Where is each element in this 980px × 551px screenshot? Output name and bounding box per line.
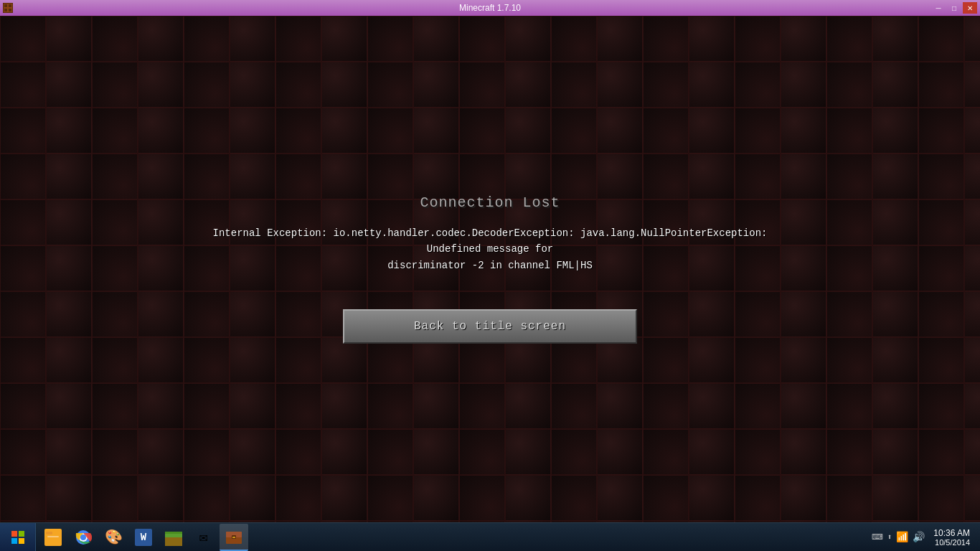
connection-lost-heading: Connection Lost <box>420 194 560 211</box>
back-to-title-button[interactable]: Back to title screen <box>343 309 637 344</box>
error-line1: Internal Exception: io.netty.handler.cod… <box>213 227 768 255</box>
network-icon: 📶 <box>896 531 908 543</box>
start-button[interactable] <box>0 523 36 552</box>
window-title: Minecraft 1.7.10 <box>459 3 521 13</box>
network-arrow-icon: ⬆ <box>887 532 892 542</box>
window-controls: ─ □ ✕ <box>931 2 977 14</box>
game-background: Connection Lost Internal Exception: io.n… <box>0 16 980 522</box>
error-content: Connection Lost Internal Exception: io.n… <box>0 16 980 522</box>
svg-rect-6 <box>19 531 24 537</box>
svg-point-14 <box>80 534 86 540</box>
taskbar-right: ⌨ ⬆ 📶 🔊 10:36 AM 10/5/2014 <box>872 527 980 548</box>
svg-rect-8 <box>19 538 24 544</box>
error-details: Internal Exception: io.netty.handler.cod… <box>203 225 777 273</box>
taskbar-mail[interactable]: ✉ <box>189 524 218 551</box>
maximize-button[interactable]: □ <box>947 2 961 14</box>
svg-rect-2 <box>9 4 11 7</box>
svg-rect-3 <box>4 9 7 11</box>
taskbar-chrome[interactable] <box>69 524 98 551</box>
minecraft-icon <box>3 3 13 13</box>
taskbar-paint[interactable]: 🎨 <box>99 524 128 551</box>
clock-time: 10:36 AM <box>933 528 970 538</box>
close-button[interactable]: ✕ <box>963 2 977 14</box>
minimize-button[interactable]: ─ <box>931 2 946 14</box>
taskbar-minecraft-chest[interactable] <box>220 524 248 551</box>
taskbar: 🎨 W ✉ <box>0 522 980 551</box>
error-line2: discriminator -2 in channel FML|HS <box>387 260 593 271</box>
taskbar-icons: 🎨 W ✉ <box>36 523 251 551</box>
taskbar-word[interactable]: W <box>129 524 158 551</box>
svg-rect-21 <box>232 537 235 538</box>
svg-rect-17 <box>165 532 182 534</box>
svg-rect-9 <box>46 533 60 544</box>
svg-rect-4 <box>9 9 11 11</box>
taskbar-file-explorer[interactable] <box>39 524 67 551</box>
titlebar: Minecraft 1.7.10 ─ □ ✕ <box>0 0 980 16</box>
svg-rect-7 <box>11 538 17 544</box>
svg-rect-10 <box>46 532 52 534</box>
system-clock[interactable]: 10:36 AM 10/5/2014 <box>929 527 974 548</box>
svg-rect-5 <box>11 531 17 537</box>
volume-icon: 🔊 <box>913 531 925 543</box>
keyboard-icon: ⌨ <box>872 532 883 542</box>
taskbar-minecraft[interactable] <box>159 524 188 551</box>
svg-rect-1 <box>4 4 7 7</box>
clock-date: 10/5/2014 <box>933 538 970 547</box>
titlebar-left: Minecraft 1.7.10 <box>3 3 13 13</box>
svg-rect-11 <box>47 536 59 537</box>
